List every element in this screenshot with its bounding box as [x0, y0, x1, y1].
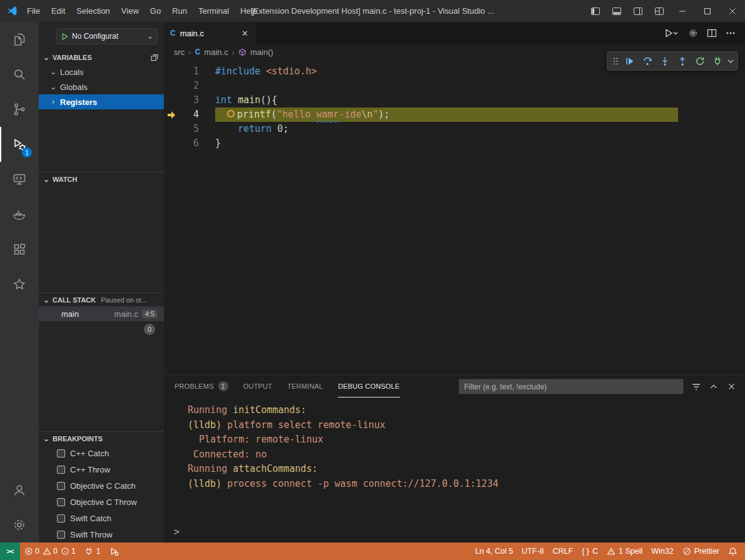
menu-go[interactable]: Go — [144, 0, 166, 22]
drag-handle-icon[interactable] — [610, 52, 621, 70]
breakpoints-header[interactable]: ⌄ BREAKPOINTS — [39, 431, 164, 445]
menu-view[interactable]: View — [116, 0, 144, 22]
maximize-button[interactable] — [695, 0, 720, 22]
debug-console-prompt[interactable]: > — [174, 526, 180, 538]
activitybar-star[interactable] — [0, 267, 39, 302]
debug-restart-button[interactable] — [691, 52, 709, 70]
menu-run[interactable]: Run — [166, 0, 193, 22]
debug-console-body[interactable]: Running initCommands:(lldb) platform sel… — [164, 398, 745, 542]
remote-indicator[interactable]: >< — [0, 542, 20, 560]
debug-console-filter-input[interactable] — [459, 379, 684, 394]
breakpoint-checkbox[interactable] — [57, 531, 65, 539]
breakpoint-item[interactable]: Objective C Catch — [39, 478, 164, 494]
breadcrumb-folder[interactable]: src — [174, 48, 185, 57]
breakpoint-checkbox[interactable] — [57, 498, 65, 506]
current-statement-inline-marker[interactable] — [227, 110, 235, 118]
breakpoint-item[interactable]: C++ Throw — [39, 461, 164, 478]
activitybar-account[interactable] — [0, 472, 39, 508]
formatter-indicator[interactable]: Prettier — [678, 542, 724, 560]
language-mode[interactable]: { } C — [577, 542, 602, 560]
minimize-button[interactable] — [670, 0, 695, 22]
code-text[interactable] — [203, 79, 215, 93]
current-statement-gutter-arrow[interactable] — [164, 108, 179, 122]
menu-file[interactable]: File — [21, 0, 46, 22]
menu-help[interactable]: Help — [235, 0, 263, 22]
code-line-2[interactable]: 2 — [164, 79, 745, 93]
toggle-secondary-sidebar-icon[interactable] — [627, 0, 649, 22]
activitybar-remote-explorer[interactable] — [0, 162, 39, 197]
debug-configuration-dropdown[interactable]: No Configurat ⌄ — [56, 28, 158, 44]
code-line-6[interactable]: 6} — [164, 136, 745, 151]
more-actions-icon[interactable] — [722, 25, 739, 41]
tab-main-c[interactable]: C main.c ✕ — [164, 22, 255, 44]
code-text[interactable]: return 0; — [203, 122, 288, 136]
debug-toolbar-chevron-icon[interactable] — [726, 52, 735, 70]
panel-tab-terminal[interactable]: TERMINAL — [287, 376, 323, 398]
editor-gear-icon[interactable] — [685, 25, 701, 41]
breakpoint-gutter[interactable] — [164, 122, 179, 136]
activitybar-docker[interactable] — [0, 197, 39, 232]
toggle-sidebar-icon[interactable] — [585, 0, 606, 22]
menu-selection[interactable]: Selection — [71, 0, 115, 22]
menu-terminal[interactable]: Terminal — [193, 0, 235, 22]
code-text[interactable]: #include <stdio.h> — [203, 64, 317, 79]
split-editor-icon[interactable] — [704, 25, 720, 41]
run-or-debug-button[interactable] — [660, 25, 682, 41]
code-line-3[interactable]: 3int main(){ — [164, 93, 745, 108]
variables-scope-registers[interactable]: › Registers — [39, 94, 164, 109]
breakpoint-gutter[interactable] — [164, 79, 179, 93]
debug-step-out-button[interactable] — [674, 52, 691, 70]
variables-scope-globals[interactable]: ⌄ Globals — [39, 79, 164, 94]
panel-tab-output[interactable]: OUTPUT — [243, 376, 272, 398]
debug-step-into-button[interactable] — [656, 52, 674, 70]
breakpoint-gutter[interactable] — [164, 136, 179, 151]
code-editor[interactable]: 1#include <stdio.h>23int main(){4 printf… — [164, 59, 745, 375]
activitybar-extensions[interactable] — [0, 232, 39, 267]
breakpoint-checkbox[interactable] — [57, 449, 65, 458]
customize-layout-icon[interactable] — [649, 0, 670, 22]
debug-step-over-button[interactable] — [639, 52, 656, 70]
breadcrumb-file[interactable]: main.c — [204, 48, 228, 57]
eol-indicator[interactable]: CRLF — [549, 542, 578, 560]
menu-edit[interactable]: Edit — [46, 0, 71, 22]
toggle-panel-icon[interactable] — [606, 0, 627, 22]
breakpoint-gutter[interactable] — [164, 93, 179, 108]
call-stack-header[interactable]: ⌄ CALL STACK Paused on st... — [39, 292, 164, 306]
filter-icon[interactable] — [689, 379, 704, 394]
panel-tab-debug-console[interactable]: DEBUG CONSOLE — [338, 376, 400, 398]
close-panel-icon[interactable] — [724, 379, 739, 394]
activitybar-explorer[interactable] — [0, 22, 39, 57]
panel-tab-problems[interactable]: PROBLEMS1 — [175, 376, 228, 398]
code-line-4[interactable]: 4 printf("hello wamr-ide\n"); — [164, 108, 745, 122]
ports-status[interactable]: 1 — [80, 542, 105, 560]
stack-frame-row[interactable]: main main.c 4:5 — [39, 306, 164, 321]
tab-close-icon[interactable]: ✕ — [241, 29, 248, 38]
collapse-all-icon[interactable] — [150, 53, 159, 62]
debug-disconnect-button[interactable] — [709, 52, 726, 70]
spell-checker-status[interactable]: 1 Spell — [602, 542, 647, 560]
breakpoint-item[interactable]: Swift Throw — [39, 526, 164, 542]
activitybar-source-control[interactable] — [0, 92, 39, 127]
cursor-position[interactable]: Ln 4, Col 5 — [471, 542, 517, 560]
maximize-panel-icon[interactable] — [706, 379, 721, 394]
activitybar-settings[interactable] — [0, 508, 39, 542]
breakpoint-checkbox[interactable] — [57, 482, 65, 490]
code-text[interactable]: } — [203, 136, 221, 151]
notifications-bell[interactable] — [724, 542, 745, 560]
variables-scope-locals[interactable]: ⌄ Locals — [39, 64, 164, 79]
breakpoint-gutter[interactable] — [164, 64, 179, 79]
breakpoint-item[interactable]: C++ Catch — [39, 445, 164, 461]
breakpoint-item[interactable]: Swift Catch — [39, 510, 164, 526]
close-button[interactable] — [720, 0, 745, 22]
breakpoint-checkbox[interactable] — [57, 514, 65, 522]
activitybar-run-and-debug[interactable]: 1 — [0, 127, 39, 162]
debug-status[interactable] — [105, 542, 123, 560]
watch-header[interactable]: ⌄ WATCH — [39, 172, 164, 186]
platform-indicator[interactable]: Win32 — [647, 542, 677, 560]
breakpoint-item[interactable]: Objective C Throw — [39, 494, 164, 510]
breadcrumb-symbol[interactable]: main() — [250, 48, 273, 57]
activitybar-search[interactable] — [0, 57, 39, 92]
debug-continue-button[interactable] — [621, 52, 639, 70]
variables-header[interactable]: ⌄ VARIABLES — [39, 51, 164, 64]
code-text[interactable]: int main(){ — [203, 93, 277, 108]
